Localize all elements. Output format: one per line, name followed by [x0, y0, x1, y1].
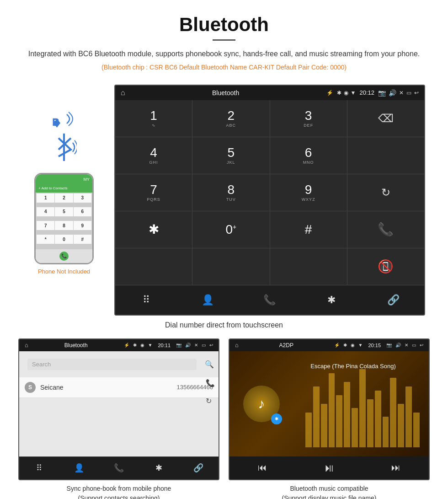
- phone-dialpad: 1 2 3 4 5 6 7 8 9 * 0 #: [36, 193, 92, 249]
- dial-key-sync[interactable]: ↻: [347, 174, 424, 211]
- phonebook-win-icon[interactable]: ▭: [202, 343, 206, 348]
- next-track-button[interactable]: ⏭: [391, 462, 400, 473]
- dial-key-6[interactable]: 6 MNO: [270, 137, 347, 174]
- phone-key-1[interactable]: 1: [37, 193, 54, 203]
- eq-bar-10: [375, 391, 381, 447]
- phone-key-star[interactable]: *: [37, 235, 54, 244]
- prev-track-button[interactable]: ⏮: [258, 462, 267, 473]
- music-caption: Bluetooth music compatible (Support disp…: [229, 484, 430, 499]
- dial-key-2[interactable]: 2 ABC: [192, 100, 269, 137]
- dial-key-0[interactable]: 0+: [192, 211, 269, 248]
- dial-key-hash[interactable]: #: [270, 211, 347, 248]
- phonebook-toolbar-bt[interactable]: ✱: [147, 456, 170, 479]
- call-icon[interactable]: 📞: [206, 379, 215, 387]
- toolbar-bluetooth-btn[interactable]: ✱: [320, 289, 343, 311]
- music-vol-icon[interactable]: 🔊: [395, 343, 401, 348]
- music-back-icon[interactable]: ↩: [420, 343, 423, 348]
- bottom-screenshots: ⌂ Bluetooth ⚡ ✱ ◉ ▼ 20:11 📷 🔊 ✕ ▭ ↩ Sear…: [0, 338, 448, 499]
- phonebook-bt-icon: ✱: [133, 343, 137, 348]
- phone-key-9[interactable]: 9: [74, 221, 91, 230]
- phonebook-toolbar-call[interactable]: 📞: [107, 456, 130, 479]
- dial-key-4[interactable]: 4 GHI: [115, 137, 192, 174]
- phone-key-4[interactable]: 4: [37, 207, 54, 216]
- toolbar-link-btn[interactable]: 🔗: [382, 289, 405, 311]
- phone-key-7[interactable]: 7: [37, 221, 54, 230]
- title-underline: [213, 39, 235, 41]
- dial-key-1[interactable]: 1 ∿: [115, 100, 192, 137]
- bluetooth-overlay-icon: ✱: [271, 413, 282, 424]
- usb-icon: ⚡: [326, 90, 333, 96]
- phone-key-0[interactable]: 0: [55, 235, 73, 244]
- phonebook-content: Search 🔍 S Seicane 13566664466 📞 ↻: [19, 351, 219, 456]
- eq-bar-6: [344, 382, 350, 447]
- toolbar-contacts-btn[interactable]: 👤: [197, 289, 219, 311]
- eq-bar-1: [305, 413, 312, 447]
- phonebook-x-icon[interactable]: ✕: [194, 343, 198, 348]
- toolbar-dialpad-btn[interactable]: ⠿: [135, 289, 158, 311]
- phone-side: ⬧ ʙ: [23, 85, 105, 275]
- home-icon[interactable]: ⌂: [121, 89, 125, 97]
- phone-key-2[interactable]: 2: [55, 193, 73, 203]
- refresh-icon[interactable]: ↻: [206, 397, 215, 405]
- music-camera-icon[interactable]: 📷: [386, 343, 392, 348]
- eq-bar-2: [313, 386, 320, 447]
- phonebook-vol-icon[interactable]: 🔊: [185, 343, 191, 348]
- volume-icon[interactable]: 🔊: [389, 89, 396, 97]
- phonebook-toolbar-dialpad[interactable]: ⠿: [28, 456, 51, 479]
- app-name-label: Bluetooth: [129, 89, 323, 97]
- dial-key-empty-r5c: [270, 248, 347, 285]
- camera-icon[interactable]: 📷: [378, 89, 386, 97]
- dialpad-grid: 1 ∿ 2 ABC 3 DEF ⌫ 4 GHI 5 JKL: [115, 100, 424, 285]
- music-x-icon[interactable]: ✕: [405, 343, 408, 348]
- eq-bar-13: [398, 404, 404, 447]
- phone-key-6[interactable]: 6: [74, 207, 91, 216]
- play-pause-button[interactable]: ⏯: [324, 461, 335, 474]
- dial-key-empty-r5a: [115, 248, 192, 285]
- back-icon[interactable]: ↩: [414, 90, 419, 96]
- contact-row[interactable]: S Seicane 13566664466: [19, 377, 219, 398]
- status-time: 20:12: [359, 89, 374, 96]
- music-app-name: A2DP: [242, 342, 331, 349]
- music-controls: ⏮ ⏯ ⏭: [229, 456, 429, 479]
- phone-call-button[interactable]: 📞: [59, 252, 69, 261]
- music-loc-icon: ◉: [351, 343, 355, 348]
- music-win-icon[interactable]: ▭: [412, 343, 416, 348]
- dial-key-backspace[interactable]: ⌫: [347, 100, 424, 137]
- eq-bar-12: [390, 378, 396, 447]
- dial-key-answer[interactable]: 📞: [347, 211, 424, 248]
- phonebook-usb-icon: ⚡: [124, 343, 129, 348]
- dial-key-5[interactable]: 5 JKL: [192, 137, 269, 174]
- music-status-bar: ⌂ A2DP ⚡ ✱ ◉ ▼ 20:15 📷 🔊 ✕ ▭ ↩: [229, 339, 429, 351]
- phonebook-toolbar-user[interactable]: 👤: [68, 456, 91, 479]
- phone-key-8[interactable]: 8: [55, 221, 73, 230]
- phone-bottom-bar: 📞: [36, 249, 92, 263]
- dial-key-3[interactable]: 3 DEF: [270, 100, 347, 137]
- dial-key-star[interactable]: ✱: [115, 211, 192, 248]
- eq-bar-8: [359, 369, 366, 447]
- page-specs: (Bluetooth chip : CSR BC6 Default Blueto…: [9, 64, 439, 71]
- phone-key-3[interactable]: 3: [74, 193, 91, 203]
- phonebook-camera-icon[interactable]: 📷: [176, 343, 181, 348]
- eq-bar-3: [321, 404, 327, 447]
- phonebook-toolbar-link[interactable]: 🔗: [187, 456, 210, 479]
- contact-avatar: S: [25, 382, 36, 393]
- contact-name: Seicane: [40, 384, 176, 391]
- phonebook-home-icon[interactable]: ⌂: [25, 342, 28, 349]
- search-icon[interactable]: 🔍: [205, 360, 214, 369]
- music-home-icon[interactable]: ⌂: [235, 342, 239, 349]
- window-icon[interactable]: ▭: [406, 90, 411, 96]
- phone-key-hash[interactable]: #: [74, 235, 91, 244]
- dial-key-empty-r2: [347, 137, 424, 174]
- toolbar-calls-btn[interactable]: 📞: [258, 289, 281, 311]
- svg-text:ʙ: ʙ: [52, 114, 59, 129]
- close-icon[interactable]: ✕: [399, 90, 404, 96]
- phonebook-back-icon[interactable]: ↩: [209, 343, 213, 348]
- phone-key-5[interactable]: 5: [55, 207, 73, 216]
- dial-key-7[interactable]: 7 PQRS: [115, 174, 192, 211]
- page-header: Bluetooth Integrated with BC6 Bluetooth …: [0, 0, 448, 85]
- android-status-bar-main: ⌂ Bluetooth ⚡ ✱ ◉ ▼ 20:12 📷 🔊 ✕ ▭ ↩: [115, 86, 424, 100]
- search-input[interactable]: Search: [27, 359, 197, 370]
- dial-key-hangup[interactable]: 📵: [347, 248, 424, 285]
- dial-key-9[interactable]: 9 WXYZ: [270, 174, 347, 211]
- dial-key-8[interactable]: 8 TUV: [192, 174, 269, 211]
